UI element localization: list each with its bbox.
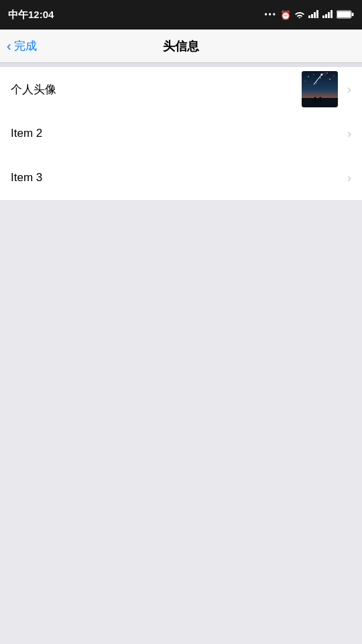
svg-point-17 [333,75,334,76]
signal-dots-icon: ••• [264,10,277,19]
svg-rect-2 [314,12,316,18]
svg-point-14 [320,77,320,78]
svg-point-12 [308,76,309,77]
svg-rect-10 [352,13,354,16]
alarm-icon: ⏰ [280,10,291,20]
back-button[interactable]: ‹ 完成 [7,38,37,54]
nav-bar: ‹ 完成 头信息 [0,30,362,63]
svg-point-18 [305,81,306,82]
item2-row-chevron-icon: › [347,127,351,141]
item3-row-label: Item 3 [11,171,343,184]
svg-point-19 [316,83,316,83]
svg-rect-7 [330,10,333,18]
avatar-row-right: › [302,71,351,107]
svg-point-16 [329,78,330,80]
avatar-thumbnail [302,71,338,107]
back-chevron-icon: ‹ [7,38,11,54]
status-bar: 中午12:04 ••• ⏰ [0,0,362,30]
svg-rect-26 [314,99,316,103]
svg-rect-3 [316,10,318,18]
signal-bar-2-icon [322,10,333,19]
back-label: 完成 [14,38,37,54]
svg-rect-30 [320,99,321,103]
signal-bar-1-icon [308,10,319,19]
svg-point-15 [325,75,326,76]
svg-point-20 [326,72,327,73]
svg-rect-1 [311,14,313,18]
avatar-row[interactable]: 个人头像 [0,67,362,111]
battery-icon [337,10,354,20]
item3-row-chevron-icon: › [347,171,351,185]
svg-rect-9 [337,11,351,17]
svg-point-13 [313,74,314,74]
status-icons: ••• ⏰ [264,10,354,20]
avatar-row-chevron-icon: › [347,83,351,97]
item2-row-label: Item 2 [11,127,343,140]
nav-title: 头信息 [163,38,199,54]
wifi-icon [294,10,305,20]
avatar-row-label: 个人头像 [11,82,302,97]
item3-row[interactable]: Item 3 › [0,156,362,200]
svg-rect-5 [325,14,327,18]
item2-row-right: › [343,127,351,141]
status-time: 中午12:04 [8,9,54,21]
svg-rect-0 [308,15,310,18]
item2-row[interactable]: Item 2 › [0,111,362,156]
item3-row-right: › [343,171,351,185]
svg-rect-6 [328,12,330,18]
svg-rect-4 [322,15,324,18]
list-section: 个人头像 [0,67,362,200]
